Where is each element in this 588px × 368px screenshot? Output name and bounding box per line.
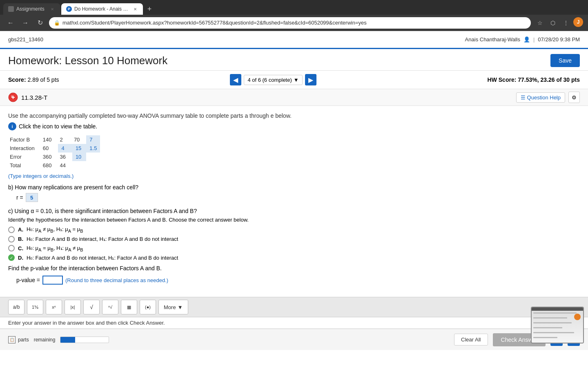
- sqrt-button[interactable]: √: [83, 300, 100, 314]
- clear-all-button[interactable]: Clear All: [454, 334, 488, 346]
- option-d[interactable]: ✓ D. H₀: Factor A and B do not interact,…: [8, 254, 580, 261]
- pvalue-input[interactable]: [42, 276, 63, 285]
- hw-score: HW Score: 77.53%, 23.26 of 30 pts: [488, 76, 580, 83]
- nth-root-button[interactable]: ⁿ√: [102, 300, 118, 314]
- prev-question-button[interactable]: ◀: [230, 74, 241, 85]
- source-factor-b: Factor B: [8, 135, 41, 144]
- question-selector[interactable]: 4 of 6 (6 complete) ▼: [244, 75, 302, 85]
- exponent-button[interactable]: xⁿ: [46, 300, 62, 314]
- option-d-label: D.: [18, 255, 23, 261]
- question-help-label: Question Help: [527, 94, 561, 101]
- ss-error: 360: [41, 153, 58, 161]
- next-question-button[interactable]: ▶: [305, 74, 316, 85]
- option-b-label: B.: [18, 236, 23, 242]
- instruction-text: Use the accompanying partially completed…: [8, 112, 580, 119]
- r-input[interactable]: [26, 193, 38, 202]
- progress-bar-fill: [60, 337, 75, 343]
- f-error: [86, 153, 100, 161]
- score-label: Score:: [8, 76, 26, 83]
- parentheses-button[interactable]: (●): [140, 300, 156, 314]
- user-info: Anais Chantharaj-Walls 👤 | 07/28/20 9:38…: [465, 36, 580, 43]
- option-a[interactable]: A. H₀: μA ≠ μB, H₁: μA = μB: [8, 226, 580, 233]
- address-actions: ☆ ⬡ ⋮ J: [534, 17, 583, 29]
- info-icon: i: [8, 122, 16, 130]
- absolute-value-button[interactable]: |x|: [65, 300, 81, 314]
- table-row: Factor B 140 2 70 7: [8, 135, 100, 144]
- math-toolbar: a/b 1⅟₂ xⁿ |x| √ ⁿ√ ▦ (●) More ▼: [0, 297, 588, 317]
- option-b[interactable]: B. H₀: Factor A and B do interact, H₁: F…: [8, 236, 580, 242]
- tab-close-homework[interactable]: ✕: [133, 6, 138, 12]
- option-c[interactable]: C. H₀: μA = μB, H₁: μA ≠ μB: [8, 245, 580, 252]
- option-a-label: A.: [18, 227, 23, 233]
- question-help-button[interactable]: ☰ Question Help: [516, 92, 565, 103]
- progress-bar: [60, 337, 109, 343]
- tab-assignments[interactable]: Assignments ✕: [3, 3, 60, 15]
- table-row: Total 680 44: [8, 161, 100, 170]
- remaining-label: remaining: [34, 337, 56, 343]
- bookmark-icon[interactable]: ☆: [534, 17, 546, 29]
- sqrt-icon: √: [90, 304, 93, 310]
- screenshot-thumbnail: [531, 307, 584, 343]
- type-hint[interactable]: (Type integers or decimals.): [8, 173, 580, 179]
- parentheses-icon: (●): [145, 305, 151, 310]
- question-nav-text: 4 of 6 (6 complete): [247, 77, 292, 83]
- footer-controls: 📋 parts remaining Clear All Check Answer…: [0, 329, 588, 350]
- question-header: 11.3.28-T ☰ Question Help ⚙: [0, 89, 588, 106]
- checkmark-icon: ✓: [10, 256, 13, 260]
- thumb-inner: [532, 307, 583, 343]
- tab-close-assignments[interactable]: ✕: [49, 6, 56, 12]
- mixed-number-button[interactable]: 1⅟₂: [27, 300, 43, 314]
- refresh-button[interactable]: ↻: [34, 17, 46, 29]
- ss-interaction: 60: [41, 144, 58, 153]
- ms-total: [72, 161, 86, 170]
- pvalue-row: Find the p-value for the interaction bet…: [8, 265, 580, 272]
- parts-label: parts: [18, 337, 29, 343]
- part-c-section: c) Using α = 0.10, is there significant …: [8, 208, 580, 285]
- fraction-button[interactable]: a/b: [8, 300, 24, 314]
- more-button[interactable]: More ▼: [158, 300, 188, 314]
- nth-root-icon: ⁿ√: [108, 305, 112, 310]
- pvalue-input-row: p-value = (Round to three decimal places…: [8, 276, 580, 285]
- r-prefix: r =: [16, 194, 23, 201]
- forward-button[interactable]: →: [20, 17, 31, 29]
- df-total: 44: [58, 161, 72, 170]
- hw-score-label: HW Score:: [488, 76, 517, 83]
- f-total: [86, 161, 100, 170]
- tab-homework[interactable]: P Do Homework - Anais Chanth... ✕: [61, 3, 143, 15]
- score-value: 2.89 of 5 pts: [27, 76, 59, 83]
- parts-remaining: 📋 parts remaining: [8, 336, 55, 343]
- question-id: 11.3.28-T: [21, 94, 47, 101]
- option-c-label: C.: [18, 245, 23, 251]
- table-row: Interaction 60 4 15 1.5: [8, 144, 100, 153]
- gear-icon: ⚙: [572, 94, 577, 101]
- info-link[interactable]: i Click the icon to view the table.: [8, 122, 580, 130]
- part-b-letter: b): [8, 184, 13, 191]
- radio-d[interactable]: ✓: [8, 254, 15, 261]
- new-tab-button[interactable]: +: [144, 3, 155, 15]
- radio-b[interactable]: [8, 236, 15, 242]
- pvalue-hint: (Round to three decimal places as needed…: [65, 277, 168, 283]
- source-total: Total: [8, 161, 41, 170]
- browser-chrome: Assignments ✕ P Do Homework - Anais Chan…: [0, 0, 588, 15]
- pvalue-prefix: p-value =: [16, 277, 40, 283]
- f-factor-b: 7: [86, 135, 100, 144]
- page-title: Homework: Lesson 10 Homework: [8, 54, 167, 67]
- url-bar[interactable]: 🔒 mathxl.com/Student/PlayerHomework.aspx…: [49, 17, 531, 29]
- save-button[interactable]: Save: [550, 54, 580, 67]
- settings-button[interactable]: ⚙: [568, 92, 580, 103]
- back-button[interactable]: ←: [5, 17, 16, 29]
- radio-a[interactable]: [8, 227, 15, 233]
- user-icon: 👤: [523, 36, 530, 43]
- address-bar: ← → ↻ 🔒 mathxl.com/Student/PlayerHomewor…: [0, 15, 588, 31]
- score-display: Score: 2.89 of 5 pts: [8, 76, 59, 83]
- more-options-icon[interactable]: ⋮: [560, 17, 572, 29]
- tools-icon: [8, 92, 18, 102]
- sub-question: Identify the hypotheses for the interact…: [8, 217, 580, 223]
- radio-c[interactable]: [8, 245, 15, 251]
- extension-icon[interactable]: ⬡: [547, 17, 559, 29]
- tab-homework-label: Do Homework - Anais Chanth...: [74, 6, 130, 12]
- content-area: Use the accompanying partially completed…: [0, 106, 588, 297]
- date-time: 07/28/20 9:38 PM: [538, 36, 580, 43]
- matrix-button[interactable]: ▦: [121, 300, 137, 314]
- homework-favicon: P: [66, 6, 72, 12]
